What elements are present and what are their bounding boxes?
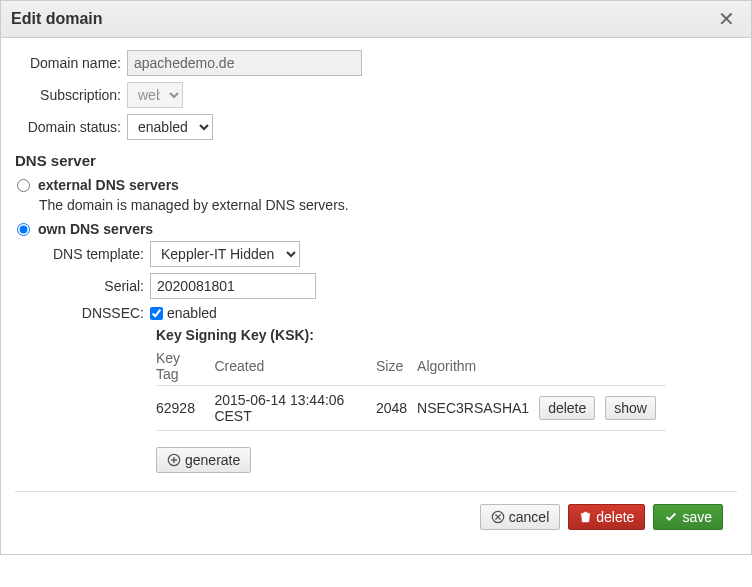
dns-section-head: DNS server [15, 152, 737, 169]
delete-label: delete [596, 509, 634, 525]
generate-button[interactable]: generate [156, 447, 251, 473]
save-label: save [682, 509, 712, 525]
ksk-delete-button[interactable]: delete [539, 396, 595, 420]
check-icon [664, 510, 678, 524]
external-hint: The domain is managed by external DNS se… [39, 197, 737, 213]
serial-input[interactable] [150, 273, 316, 299]
template-label: DNS template: [15, 246, 150, 262]
domain-name-input [127, 50, 362, 76]
dialog-content: Domain name: Subscription: web2 Domain s… [1, 38, 751, 554]
footer: cancel delete save [15, 504, 737, 536]
ksk-row: 62928 2015-06-14 13:44:06 CEST 2048 NSEC… [156, 386, 666, 431]
dialog-title: Edit domain [11, 10, 103, 28]
subscription-select: web2 [127, 82, 183, 108]
ksk-created: 2015-06-14 13:44:06 CEST [214, 386, 376, 431]
cancel-button[interactable]: cancel [480, 504, 560, 530]
plus-circle-icon [167, 453, 181, 467]
divider [15, 491, 737, 492]
radio-own-label[interactable]: own DNS servers [38, 221, 153, 237]
cancel-icon [491, 510, 505, 524]
cancel-label: cancel [509, 509, 549, 525]
col-keytag: Key Tag [156, 347, 214, 386]
ksk-header-row: Key Tag Created Size Algorithm [156, 347, 666, 386]
ksk-section: Key Signing Key (KSK): Key Tag Created S… [156, 327, 666, 431]
row-dnssec: DNSSEC: enabled [15, 305, 737, 321]
radio-own[interactable] [17, 223, 30, 236]
ksk-keytag: 62928 [156, 386, 214, 431]
titlebar: Edit domain ✕ [1, 1, 751, 38]
status-label: Domain status: [15, 119, 127, 135]
generate-wrap: generate [156, 447, 737, 473]
status-select[interactable]: enabled [127, 114, 213, 140]
radio-external[interactable] [17, 179, 30, 192]
dnssec-checkbox[interactable] [150, 307, 163, 320]
domain-name-label: Domain name: [15, 55, 127, 71]
generate-label: generate [185, 452, 240, 468]
row-template: DNS template: Keppler-IT Hidden [15, 241, 737, 267]
radio-external-row: external DNS servers [15, 177, 737, 193]
trash-icon [579, 510, 592, 524]
ksk-show-button[interactable]: show [605, 396, 656, 420]
close-button[interactable]: ✕ [712, 7, 741, 31]
ksk-size: 2048 [376, 386, 417, 431]
ksk-table: Key Tag Created Size Algorithm 62928 201… [156, 347, 666, 431]
dnssec-enabled-label: enabled [167, 305, 217, 321]
serial-label: Serial: [15, 278, 150, 294]
edit-domain-dialog: Edit domain ✕ Domain name: Subscription:… [0, 0, 752, 555]
template-select[interactable]: Keppler-IT Hidden [150, 241, 300, 267]
radio-own-row: own DNS servers [15, 221, 737, 237]
own-dns-settings: DNS template: Keppler-IT Hidden Serial: … [15, 241, 737, 473]
row-domain-name: Domain name: [15, 50, 737, 76]
row-subscription: Subscription: web2 [15, 82, 737, 108]
save-button[interactable]: save [653, 504, 723, 530]
col-size: Size [376, 347, 417, 386]
delete-button[interactable]: delete [568, 504, 645, 530]
subscription-label: Subscription: [15, 87, 127, 103]
row-serial: Serial: [15, 273, 737, 299]
col-created: Created [214, 347, 376, 386]
ksk-algo: NSEC3RSASHA1 [417, 386, 539, 431]
dnssec-label: DNSSEC: [15, 305, 150, 321]
ksk-title: Key Signing Key (KSK): [156, 327, 666, 343]
radio-external-label[interactable]: external DNS servers [38, 177, 179, 193]
col-algo: Algorithm [417, 347, 539, 386]
close-icon: ✕ [718, 8, 735, 30]
row-status: Domain status: enabled [15, 114, 737, 140]
